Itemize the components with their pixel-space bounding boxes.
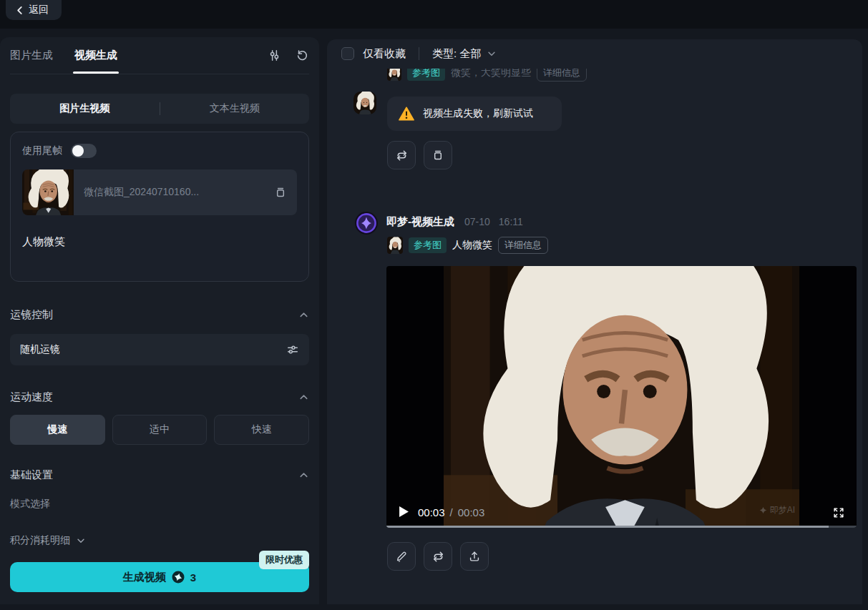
play-icon[interactable] xyxy=(399,506,409,517)
camera-movement-value: 随机运镜 xyxy=(20,343,286,356)
app-avatar xyxy=(355,212,378,235)
uploaded-file-name: 微信截图_20240710160... xyxy=(74,186,274,199)
end-frame-label: 使用尾帧 xyxy=(22,144,62,157)
reference-image-badge: 参考图 xyxy=(409,237,447,253)
tab-video-generation[interactable]: 视频生成 xyxy=(74,49,117,62)
chevron-down-icon xyxy=(76,536,86,546)
input-card: 使用尾帧 xyxy=(10,132,309,282)
sliders-horizontal-icon xyxy=(286,343,299,356)
speed-option-fast[interactable]: 快速 xyxy=(214,415,309,445)
end-frame-toggle[interactable] xyxy=(71,144,97,158)
credit-coin-icon xyxy=(172,571,185,584)
back-button[interactable]: 返回 xyxy=(6,0,62,20)
video-progress-bar[interactable] xyxy=(386,526,857,528)
message-author: 即梦-视频生成 xyxy=(386,215,454,229)
failed-message-avatar xyxy=(353,92,376,114)
clipped-message-reference-row: 参考图 微笑，大笑明显些 详细信息 xyxy=(387,69,587,84)
message-time: 16:11 xyxy=(499,216,523,227)
feed-filter-bar: 仅看收藏 类型: 全部 xyxy=(327,39,862,68)
tab-image-generation[interactable]: 图片生成 xyxy=(10,49,53,62)
camera-control-title: 运镜控制 xyxy=(10,308,53,322)
reset-icon[interactable] xyxy=(296,49,309,62)
generation-failed-card: 视频生成失败，刷新试试 xyxy=(387,97,562,131)
speed-options: 慢速 适中 快速 xyxy=(10,415,309,445)
credits-detail-toggle[interactable]: 积分消耗明细 xyxy=(10,534,86,547)
panel-toolbar xyxy=(268,49,309,62)
camera-control-section-header: 运镜控制 xyxy=(10,308,309,322)
total-duration: 00:03 xyxy=(458,506,485,518)
back-label: 返回 xyxy=(29,4,49,16)
basic-settings-title: 基础设置 xyxy=(10,468,53,482)
regenerate-button[interactable] xyxy=(387,141,416,169)
export-button[interactable] xyxy=(460,542,489,571)
fullscreen-icon[interactable] xyxy=(832,506,845,519)
video-frame xyxy=(444,266,799,528)
subtab-image-to-video[interactable]: 图片生视频 xyxy=(10,102,160,115)
basic-settings-section-header: 基础设置 xyxy=(10,468,309,482)
regenerate-button[interactable] xyxy=(424,542,452,571)
uploaded-image-row[interactable]: 微信截图_20240710160... xyxy=(22,169,297,215)
favorites-only-checkbox[interactable] xyxy=(341,47,354,60)
edit-button[interactable] xyxy=(387,542,416,571)
credits-detail-label: 积分消耗明细 xyxy=(10,534,70,547)
time-separator: / xyxy=(450,506,453,518)
reference-image-thumbnail xyxy=(387,69,401,81)
type-filter-label: 类型: 全部 xyxy=(432,47,481,61)
reference-image-thumbnail[interactable] xyxy=(387,237,403,254)
speed-option-medium[interactable]: 适中 xyxy=(112,415,208,445)
camera-movement-select[interactable]: 随机运镜 xyxy=(10,334,309,365)
generation-tabs: 图片生成 视频生成 xyxy=(10,37,309,74)
reference-info-row: 参考图 人物微笑 详细信息 xyxy=(387,237,548,254)
playback-time: 00:03 / 00:03 xyxy=(418,506,484,518)
filter-divider xyxy=(419,47,419,60)
failed-message-actions xyxy=(387,141,452,169)
delete-image-icon[interactable] xyxy=(274,186,287,199)
details-button[interactable]: 详细信息 xyxy=(498,237,548,254)
generated-video-player[interactable]: 00:03 / 00:03 即梦AI xyxy=(386,266,857,528)
uploaded-image-thumbnail xyxy=(22,169,74,215)
result-actions xyxy=(387,542,489,571)
speed-option-slow[interactable]: 慢速 xyxy=(10,415,105,445)
chevron-left-icon xyxy=(16,6,24,15)
end-frame-row: 使用尾帧 xyxy=(22,144,297,158)
progress-played xyxy=(386,526,829,528)
chevron-up-icon[interactable] xyxy=(298,310,309,320)
top-bar: 返回 xyxy=(0,0,868,29)
generation-failed-text: 视频生成失败，刷新试试 xyxy=(423,107,533,120)
limited-offer-badge: 限时优惠 xyxy=(259,551,309,569)
result-prompt-text: 人物微笑 xyxy=(452,239,492,252)
mode-select-label: 模式选择 xyxy=(10,498,309,511)
generation-settings-panel: 图片生成 视频生成 图片生视频 文本生视频 使用尾帧 xyxy=(0,37,319,604)
warning-icon xyxy=(399,107,414,121)
delete-button[interactable] xyxy=(424,141,452,169)
favorites-only-label: 仅看收藏 xyxy=(363,47,406,61)
mode-switcher: 图片生视频 文本生视频 xyxy=(10,94,309,124)
chevron-up-icon[interactable] xyxy=(298,392,309,403)
type-filter-dropdown[interactable]: 类型: 全部 xyxy=(432,47,497,61)
history-feed-panel: 仅看收藏 类型: 全部 参考图 微笑，大笑明显些 详细信息 xyxy=(327,39,862,604)
details-button[interactable]: 详细信息 xyxy=(537,69,587,82)
message-header: 即梦-视频生成 07-10 16:11 xyxy=(386,215,523,229)
watermark: 即梦AI xyxy=(759,504,795,516)
settings-sliders-icon[interactable] xyxy=(268,49,281,62)
chevron-up-icon[interactable] xyxy=(298,470,309,481)
chevron-down-icon xyxy=(487,49,497,59)
motion-speed-title: 运动速度 xyxy=(10,390,53,404)
motion-speed-section-header: 运动速度 xyxy=(10,390,309,404)
watermark-text: 即梦AI xyxy=(770,504,795,516)
clipped-prompt-text: 微笑，大笑明显些 xyxy=(451,69,531,79)
toggle-knob xyxy=(72,145,84,157)
prompt-text[interactable]: 人物微笑 xyxy=(22,235,297,249)
generate-video-label: 生成视频 xyxy=(123,571,166,584)
current-time: 00:03 xyxy=(418,506,445,518)
reference-image-badge: 参考图 xyxy=(407,69,445,81)
message-date: 07-10 xyxy=(464,216,490,227)
generate-cost: 3 xyxy=(190,571,196,584)
subtab-text-to-video[interactable]: 文本生视频 xyxy=(160,102,310,115)
